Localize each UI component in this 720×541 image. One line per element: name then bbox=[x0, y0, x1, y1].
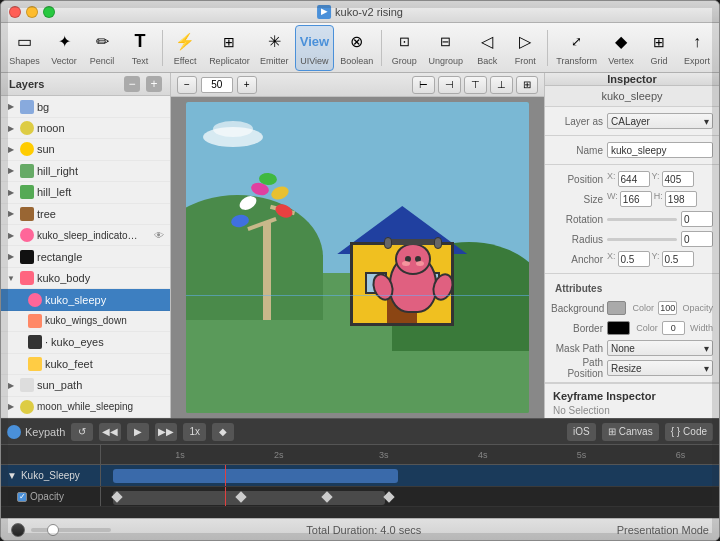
playback-dot[interactable] bbox=[11, 523, 25, 537]
background-opacity-field[interactable]: 100 bbox=[658, 301, 677, 315]
layer-thumb bbox=[20, 121, 34, 135]
layer-item-kuko-feet[interactable]: kuko_feet bbox=[1, 354, 170, 375]
zoom-minus-button[interactable]: − bbox=[177, 76, 197, 94]
tl-keyframe-4 bbox=[384, 491, 395, 502]
canvas-viewport[interactable] bbox=[171, 97, 544, 418]
tl-prev-button[interactable]: ◀◀ bbox=[99, 423, 121, 441]
tool-boolean[interactable]: ⊗ Boolean bbox=[336, 26, 377, 70]
path-position-dropdown[interactable]: Resize ▾ bbox=[607, 360, 713, 376]
border-color-swatch[interactable] bbox=[607, 321, 630, 335]
tool-text[interactable]: T Text bbox=[122, 26, 158, 70]
layer-item-rectangle[interactable]: ▶ rectangle bbox=[1, 246, 170, 267]
layer-item-hill-left[interactable]: ▶ hill_left bbox=[1, 182, 170, 203]
tl-next-button[interactable]: ▶▶ bbox=[155, 423, 177, 441]
inspector-position-row: Position X: 644 Y: 405 bbox=[545, 169, 719, 189]
tool-ungroup[interactable]: ⊟ Ungroup bbox=[424, 26, 467, 70]
align-left-button[interactable]: ⊢ bbox=[412, 76, 435, 94]
tool-transform[interactable]: ⤢ Transform bbox=[552, 26, 601, 70]
align-center-button[interactable]: ⊣ bbox=[438, 76, 461, 94]
radius-field[interactable]: 0 bbox=[681, 231, 713, 247]
keypath-label-group: Keypath bbox=[7, 425, 65, 439]
tool-pencil[interactable]: ✏ Pencil bbox=[84, 26, 120, 70]
tool-vector[interactable]: ✦ Vector bbox=[46, 26, 82, 70]
layer-item-moon-sleeping[interactable]: ▶ moon_while_sleeping bbox=[1, 397, 170, 418]
tl-opacity-row[interactable]: ✓ Opacity bbox=[1, 487, 719, 507]
timeline-rows: 1s 2s 3s 4s 5s 6s ▼ Kuko_Sleepy bbox=[1, 445, 719, 518]
layer-thumb bbox=[20, 271, 34, 285]
tl-speed-button[interactable]: 1x bbox=[183, 423, 206, 441]
zoom-value[interactable]: 50 bbox=[201, 77, 233, 93]
layer-item-sun[interactable]: ▶ sun bbox=[1, 139, 170, 160]
layer-item-kuko-sleepy[interactable]: kuko_sleepy bbox=[1, 289, 170, 310]
layer-thumb bbox=[28, 293, 42, 307]
tool-grid[interactable]: ⊞ Grid bbox=[641, 26, 677, 70]
anchor-x-field[interactable]: 0.5 bbox=[618, 251, 650, 267]
tl-check-box[interactable]: ✓ bbox=[17, 492, 27, 502]
tl-opacity-track[interactable] bbox=[101, 487, 719, 506]
position-y-field[interactable]: 405 bbox=[662, 171, 694, 187]
layers-panel: Layers − + ▶ bg ▶ moon ▶ sun bbox=[1, 73, 171, 418]
name-label: Name bbox=[551, 145, 603, 156]
align-top-button[interactable]: ⊥ bbox=[490, 76, 513, 94]
tool-effect[interactable]: ⚡ Effect bbox=[167, 26, 203, 70]
tool-vertex[interactable]: ◆ Vertex bbox=[603, 26, 639, 70]
background-color-swatch[interactable] bbox=[607, 301, 626, 315]
layer-name: kuko_sleepy bbox=[45, 294, 166, 306]
playback-thumb[interactable] bbox=[47, 524, 59, 536]
close-button[interactable] bbox=[9, 6, 21, 18]
tool-replicator[interactable]: ⊞ Replicator bbox=[205, 26, 254, 70]
name-field[interactable]: kuko_sleepy bbox=[607, 142, 713, 158]
align-middle-button[interactable]: ⊞ bbox=[516, 76, 538, 94]
layers-plus-button[interactable]: + bbox=[146, 76, 162, 92]
playback-slider[interactable] bbox=[31, 528, 111, 532]
border-width-field[interactable]: 0 bbox=[662, 321, 685, 335]
tool-shapes[interactable]: ▭ Shapes bbox=[5, 26, 44, 70]
leaf-white bbox=[237, 193, 259, 212]
position-x-field[interactable]: 644 bbox=[618, 171, 650, 187]
maximize-button[interactable] bbox=[43, 6, 55, 18]
layer-item-sun-path[interactable]: ▶ sun_path bbox=[1, 375, 170, 396]
tl-canvas-button[interactable]: ⊞ Canvas bbox=[602, 423, 659, 441]
tl-keyframe-button[interactable]: ◆ bbox=[212, 423, 234, 441]
tool-back[interactable]: ◁ Back bbox=[469, 26, 505, 70]
size-w-field[interactable]: 166 bbox=[620, 191, 652, 207]
mask-path-dropdown[interactable]: None ▾ bbox=[607, 340, 713, 356]
tool-front[interactable]: ▷ Front bbox=[507, 26, 543, 70]
zoom-plus-button[interactable]: + bbox=[237, 76, 257, 94]
layer-name: hill_left bbox=[37, 186, 166, 198]
layer-item-kuko-body[interactable]: ▼ kuko_body bbox=[1, 268, 170, 289]
tl-main-track[interactable] bbox=[101, 465, 719, 486]
layer-item-tree[interactable]: ▶ tree bbox=[1, 204, 170, 225]
layer-item-moon[interactable]: ▶ moon bbox=[1, 118, 170, 139]
tool-emitter[interactable]: ✳ Emitter bbox=[256, 26, 293, 70]
expand-icon bbox=[5, 294, 25, 306]
anchor-y-field[interactable]: 0.5 bbox=[662, 251, 694, 267]
background-label: Background bbox=[551, 303, 603, 314]
tool-group[interactable]: ⊡ Group bbox=[386, 26, 422, 70]
layer-item-kuko-eyes[interactable]: · kuko_eyes bbox=[1, 332, 170, 353]
layer-name: kuko_wings_down bbox=[45, 315, 166, 326]
layer-item-bg[interactable]: ▶ bg bbox=[1, 96, 170, 117]
layer-item-hill-right[interactable]: ▶ hill_right bbox=[1, 161, 170, 182]
layers-minus-button[interactable]: − bbox=[124, 76, 140, 92]
tl-loop-button[interactable]: ↺ bbox=[71, 423, 93, 441]
tl-main-track-row[interactable]: ▼ Kuko_Sleepy bbox=[1, 465, 719, 487]
align-right-button[interactable]: ⊤ bbox=[464, 76, 487, 94]
tool-uiview[interactable]: View UIView bbox=[295, 25, 334, 71]
front-label: Front bbox=[515, 56, 536, 66]
size-h-field[interactable]: 198 bbox=[665, 191, 697, 207]
layer-as-dropdown[interactable]: CALayer ▾ bbox=[607, 113, 713, 129]
tl-code-button[interactable]: { } Code bbox=[665, 423, 713, 441]
layer-item-kuko-wings[interactable]: kuko_wings_down bbox=[1, 311, 170, 332]
minimize-button[interactable] bbox=[26, 6, 38, 18]
tl-play-button[interactable]: ▶ bbox=[127, 423, 149, 441]
radius-slider[interactable] bbox=[607, 238, 677, 241]
tree-layer bbox=[227, 180, 307, 320]
vertex-icon: ◆ bbox=[609, 30, 633, 54]
rotation-slider[interactable] bbox=[607, 218, 677, 221]
tl-ios-button[interactable]: iOS bbox=[567, 423, 596, 441]
layer-item-kuko-sleep[interactable]: ▶ kuko_sleep_indicato… 👁 bbox=[1, 225, 170, 246]
layer-thumb bbox=[28, 357, 42, 371]
tool-export[interactable]: ↑ Export bbox=[679, 26, 715, 70]
rotation-field[interactable]: 0 bbox=[681, 211, 713, 227]
